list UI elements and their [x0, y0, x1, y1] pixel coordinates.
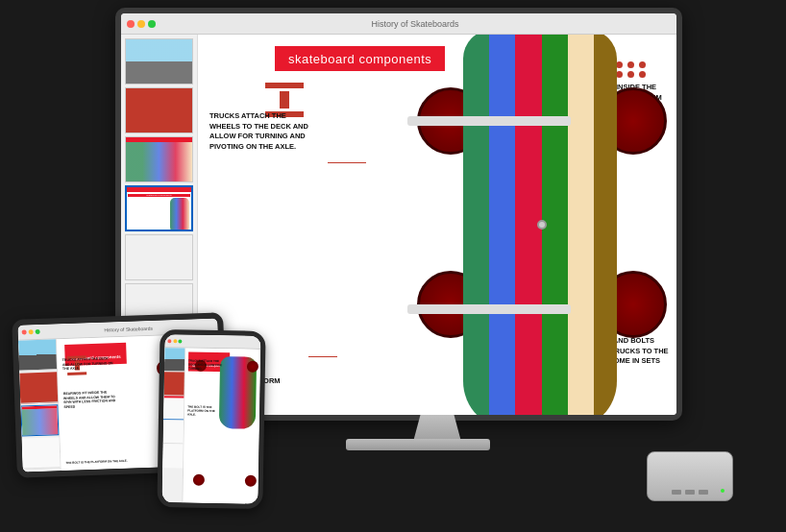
slide-title-bar: skateboard components: [275, 46, 445, 71]
iphone: skateboard components TRUCKS ATTACH THE …: [157, 329, 265, 509]
slide-title: skateboard components: [288, 52, 431, 66]
monitor-topbar: History of Skateboards: [121, 13, 676, 35]
iphone-sidebar: [161, 348, 185, 502]
mac-mini: [647, 451, 733, 501]
mac-mini-led: [721, 489, 725, 493]
front-truck: [407, 116, 571, 126]
minimize-dot[interactable]: [137, 20, 145, 28]
close-dot[interactable]: [127, 20, 135, 28]
rear-truck: [407, 304, 571, 314]
list-item[interactable]: [18, 339, 57, 371]
trucks-annotation: TRUCKS ATTACH THE WHEELS TO THE DECK AND…: [209, 111, 315, 152]
port: [685, 490, 695, 495]
topbar-dots: [127, 20, 156, 28]
ipad-bearings-annotation: BEARINGS FIT INSIDE THE WHEELS AND ALLOW…: [63, 390, 117, 409]
slide-area: skateboard components TRUCKS ATTACH THE …: [198, 35, 676, 415]
list-item[interactable]: [125, 136, 193, 182]
list-item[interactable]: [22, 437, 61, 469]
iphone-wheel: [245, 475, 257, 487]
iphone-screws-text: THE BOLT IS THE PLATFORM ON THE AXLE.: [187, 406, 224, 418]
center-bearing: [537, 220, 547, 230]
window-title: History of Skateboards: [160, 19, 671, 29]
monitor-stand-neck: [413, 415, 461, 442]
list-item[interactable]: [125, 38, 193, 85]
ann-line: [308, 356, 337, 357]
iphone-trucks-text: TRUCKS ATTACH THE DECK AND ALLOW FOR TUR…: [188, 360, 225, 372]
list-item[interactable]: [125, 234, 193, 280]
port: [672, 490, 681, 495]
ipad-sidebar: [18, 339, 61, 472]
iphone-screen: skateboard components TRUCKS ATTACH THE …: [161, 334, 260, 504]
ann-line: [328, 162, 366, 163]
list-item[interactable]: [23, 470, 61, 472]
iphone-wheel: [193, 474, 205, 486]
monitor-stand-base: [346, 439, 490, 450]
fullscreen-dot[interactable]: [148, 20, 156, 28]
ipad-screws-annotation: THE BOLT IS THE PLATFORM ON THE AXLE.: [65, 460, 128, 466]
iphone-main: skateboard components TRUCKS ATTACH THE …: [183, 349, 260, 504]
iphone-content: skateboard components TRUCKS ATTACH THE …: [161, 348, 260, 504]
skateboard-visual: [398, 35, 676, 415]
iphone-wheel: [247, 361, 258, 373]
list-item[interactable]: [20, 404, 59, 436]
mac-mini-ports: [672, 490, 708, 495]
list-item[interactable]: [125, 87, 193, 133]
list-item[interactable]: [19, 372, 58, 403]
ipad-trucks-annotation: TRUCKS ATTACH THE DECK AND ALLOW FOR TUR…: [62, 356, 115, 372]
port: [699, 490, 708, 495]
list-item[interactable]: skateboard components: [125, 185, 193, 231]
